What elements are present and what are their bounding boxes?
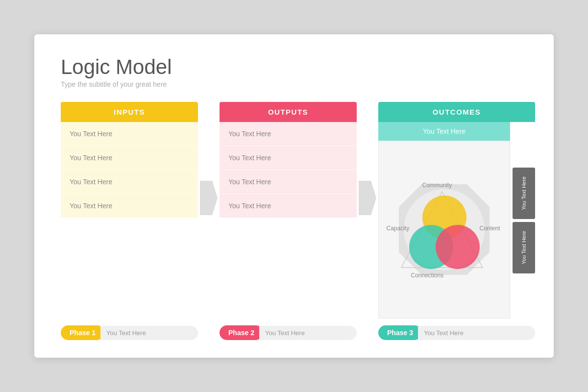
venn-label-content: Content: [479, 225, 500, 232]
outcomes-side-bar-2-text: You Text Here: [521, 231, 527, 265]
inputs-row-1[interactable]: You Text Here: [61, 122, 198, 146]
outcomes-diagram: Community Capacity Content Connections: [378, 141, 510, 318]
inputs-body: You Text Here You Text Here You Text Her…: [61, 122, 198, 318]
inputs-header: INPUTS: [61, 102, 198, 122]
slide: Logic Model Type the subtitle of your gr…: [34, 34, 554, 358]
inputs-row-2[interactable]: You Text Here: [61, 146, 198, 170]
outputs-row-1[interactable]: You Text Here: [220, 122, 357, 146]
outcomes-column: OUTCOMES You Text Here: [378, 102, 535, 318]
arrow-connector-2: [357, 102, 378, 318]
outputs-row-2[interactable]: You Text Here: [220, 146, 357, 170]
venn-diagram: Community Capacity Content Connections: [391, 181, 498, 279]
outcomes-header: OUTCOMES: [378, 102, 535, 122]
outputs-row-4[interactable]: You Text Here: [220, 194, 357, 218]
arrow-shape-2: [359, 181, 376, 215]
slide-title: Logic Model: [61, 56, 527, 78]
phase-2-item: Phase 2 You Text Here: [220, 325, 357, 340]
outcomes-side-bar-2[interactable]: You Text Here: [513, 222, 535, 273]
phase-2-badge[interactable]: Phase 2: [220, 325, 263, 340]
venn-label-community: Community: [422, 182, 452, 189]
inputs-row-3[interactable]: You Text Here: [61, 170, 198, 194]
outcomes-right: You Text Here You Text Here: [513, 122, 535, 318]
outcomes-top-row[interactable]: You Text Here: [378, 122, 510, 141]
outcomes-left: You Text Here: [378, 122, 510, 318]
venn-pink-circle: [436, 225, 480, 269]
slide-subtitle: Type the subtitle of your great here: [61, 80, 527, 88]
outputs-header: OUTPUTS: [220, 102, 357, 122]
phase-row: Phase 1 You Text Here Phase 2 You Text H…: [61, 325, 527, 340]
phase-3-item: Phase 3 You Text Here: [378, 325, 535, 340]
outcomes-diagram-outer: Community Capacity Content Connections: [379, 141, 510, 318]
outputs-row-3[interactable]: You Text Here: [220, 170, 357, 194]
outcomes-side-bar-1-text: You Text Here: [521, 176, 527, 210]
phase-2-text[interactable]: You Text Here: [259, 326, 357, 340]
outcomes-side-bar-1[interactable]: You Text Here: [513, 168, 535, 219]
arrow-shape-1: [200, 181, 218, 215]
outputs-column: OUTPUTS You Text Here You Text Here You …: [220, 102, 357, 318]
inputs-row-4[interactable]: You Text Here: [61, 194, 198, 218]
venn-label-capacity: Capacity: [387, 225, 410, 232]
outcomes-body: You Text Here: [378, 122, 535, 318]
outputs-body: You Text Here You Text Here You Text Her…: [220, 122, 357, 318]
phase-1-badge[interactable]: Phase 1: [61, 325, 104, 340]
phase-3-badge[interactable]: Phase 3: [378, 325, 422, 340]
main-content: INPUTS You Text Here You Text Here You T…: [61, 102, 527, 318]
phase-1-item: Phase 1 You Text Here: [61, 325, 198, 340]
arrow-connector-1: [198, 102, 220, 318]
phase-1-text[interactable]: You Text Here: [100, 326, 198, 340]
inputs-column: INPUTS You Text Here You Text Here You T…: [61, 102, 198, 318]
phase-3-text[interactable]: You Text Here: [418, 326, 535, 340]
venn-label-connections: Connections: [411, 272, 444, 279]
